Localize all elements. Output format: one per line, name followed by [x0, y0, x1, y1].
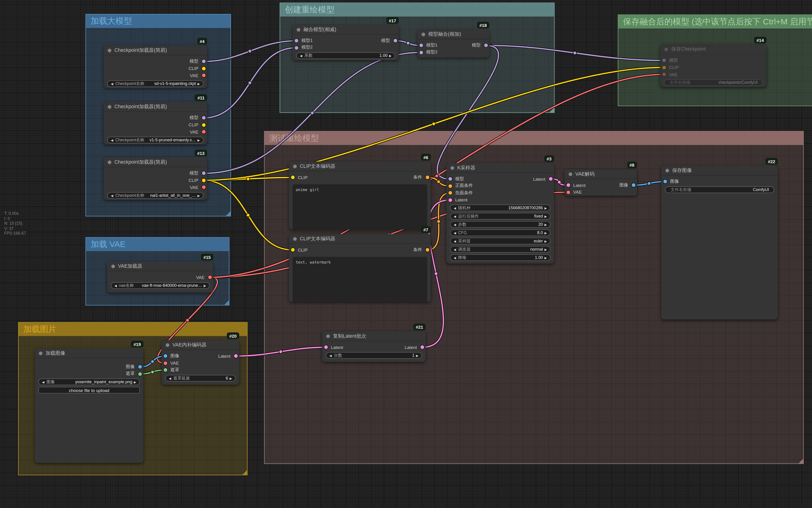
- combo-prev-arrow-icon[interactable]: ◀: [111, 193, 113, 197]
- port-out-mask[interactable]: [137, 372, 142, 376]
- collapse-dot-icon[interactable]: [422, 33, 425, 36]
- collapse-dot-icon[interactable]: [108, 105, 112, 109]
- node-save-checkpoint[interactable]: #14保存Checkpoint模型CLIPVAE文件名前缀checkpoints…: [660, 44, 766, 87]
- collapse-dot-icon[interactable]: [665, 168, 669, 172]
- port-out-vae[interactable]: [201, 185, 206, 190]
- group-resize-handle[interactable]: [226, 211, 230, 216]
- node-vae-encode-inpaint[interactable]: #20VAE内补编码器图像LatentVAE遮罩◀遮罩延展6▶: [162, 340, 239, 385]
- combo-next-arrow-icon[interactable]: ▶: [545, 231, 547, 235]
- port-in-vae[interactable]: [163, 361, 167, 365]
- port-out-latent[interactable]: [420, 345, 424, 350]
- scheduler-combo[interactable]: ◀调度器normal▶: [450, 246, 551, 253]
- combo-next-arrow-icon[interactable]: ▶: [134, 380, 136, 384]
- port-in-image[interactable]: [163, 354, 167, 358]
- seed-combo[interactable]: ◀随机种156680208700286▶: [450, 204, 551, 211]
- port-out-vae[interactable]: [201, 130, 206, 134]
- port-in-conditioning[interactable]: [448, 190, 453, 195]
- port-in-model[interactable]: [662, 58, 666, 62]
- image-combo[interactable]: ◀图像yosemite_inpaint_example.png▶: [38, 378, 140, 385]
- control-after-generate-combo[interactable]: ◀运行后操作fixed▶: [450, 213, 551, 219]
- vae-name-combo[interactable]: ◀vae名称vae-ft-mse-840000-ema-prune…▶: [111, 282, 210, 289]
- prompt-textarea[interactable]: anime girl: [293, 184, 427, 229]
- denoise-combo[interactable]: ◀降噪1.00▶: [450, 254, 551, 261]
- combo-prev-arrow-icon[interactable]: ◀: [454, 247, 456, 251]
- multiplier-combo[interactable]: ◀系数1.00▶: [296, 52, 395, 59]
- collapse-dot-icon[interactable]: [112, 264, 115, 268]
- collapse-dot-icon[interactable]: [39, 351, 43, 355]
- group-test-inpaint-model-header[interactable]: 测试重绘模型: [264, 131, 803, 145]
- port-out-vae[interactable]: [207, 275, 212, 280]
- graph-canvas[interactable]: 加载大模型创建重绘模型保存融合后的模型 (选中该节点后按下 Ctrl+M 启用节…: [0, 0, 812, 508]
- combo-next-arrow-icon[interactable]: ▶: [204, 284, 206, 287]
- port-in-model[interactable]: [448, 177, 453, 181]
- ckpt-name-combo[interactable]: ◀Checkpoint名称nai1-artist_all_in_one_…▶: [107, 192, 204, 199]
- port-in-clip[interactable]: [290, 175, 295, 180]
- combo-next-arrow-icon[interactable]: ▶: [545, 256, 547, 259]
- combo-prev-arrow-icon[interactable]: ◀: [115, 284, 117, 287]
- group-resize-handle[interactable]: [550, 108, 554, 112]
- node-vae-decode[interactable]: #8VAE解码Latent图像VAE: [564, 169, 637, 196]
- combo-next-arrow-icon[interactable]: ▶: [416, 353, 418, 357]
- sampler-combo[interactable]: ◀采样器euler▶: [450, 238, 551, 244]
- port-out-latent[interactable]: [233, 354, 238, 358]
- port-in-image[interactable]: [663, 179, 667, 184]
- port-in-conditioning[interactable]: [448, 184, 453, 188]
- combo-prev-arrow-icon[interactable]: ◀: [111, 138, 113, 141]
- port-out-conditioning[interactable]: [425, 248, 430, 252]
- group-load-image-header[interactable]: 加载图片: [19, 323, 247, 336]
- port-in-model[interactable]: [419, 50, 423, 55]
- port-out-vae[interactable]: [201, 73, 206, 78]
- group-resize-handle[interactable]: [243, 470, 247, 475]
- port-in-vae[interactable]: [566, 190, 570, 195]
- combo-next-arrow-icon[interactable]: ▶: [545, 222, 547, 226]
- port-in-mask[interactable]: [163, 368, 167, 372]
- collapse-dot-icon[interactable]: [569, 172, 572, 176]
- cfg-combo[interactable]: ◀CFG8.0▶: [450, 229, 551, 236]
- group-resize-handle[interactable]: [224, 300, 229, 305]
- node-checkpoint-loader-4[interactable]: #4Checkpoint加载器(简易)模型CLIPVAE◀Checkpoint名…: [103, 46, 207, 88]
- collapse-dot-icon[interactable]: [108, 48, 112, 52]
- port-in-model[interactable]: [294, 45, 299, 50]
- combo-next-arrow-icon[interactable]: ▶: [545, 214, 547, 218]
- filename-prefix-field[interactable]: 文件名前缀checkpoints/ComfyUI: [664, 79, 763, 86]
- port-in-model[interactable]: [419, 43, 423, 48]
- combo-prev-arrow-icon[interactable]: ◀: [111, 82, 113, 85]
- combo-next-arrow-icon[interactable]: ▶: [545, 247, 547, 251]
- collapse-dot-icon[interactable]: [293, 164, 297, 168]
- combo-next-arrow-icon[interactable]: ▶: [389, 54, 391, 57]
- port-in-vae[interactable]: [662, 72, 666, 77]
- ckpt-name-combo[interactable]: ◀Checkpoint名称v1-5-pruned-emaonly.s…▶: [107, 136, 204, 143]
- collapse-dot-icon[interactable]: [665, 47, 668, 51]
- group-load-checkpoints-header[interactable]: 加载大模型: [86, 14, 230, 28]
- port-out-clip[interactable]: [201, 66, 206, 71]
- collapse-dot-icon[interactable]: [108, 160, 112, 164]
- port-in-latent[interactable]: [448, 198, 453, 202]
- combo-prev-arrow-icon[interactable]: ◀: [42, 380, 44, 384]
- node-clip-text-encode-negative[interactable]: #7CLIP文本编码器CLIP条件text, watermark: [289, 234, 431, 302]
- port-out-model[interactable]: [201, 171, 206, 176]
- filename-prefix-field[interactable]: 文件名前缀ComfyUI: [665, 186, 774, 193]
- steps-combo[interactable]: ◀步数20▶: [450, 221, 551, 228]
- collapse-dot-icon[interactable]: [451, 166, 454, 170]
- port-out-image[interactable]: [137, 365, 142, 369]
- combo-prev-arrow-icon[interactable]: ◀: [454, 256, 456, 259]
- collapse-dot-icon[interactable]: [297, 28, 300, 31]
- node-checkpoint-loader-11[interactable]: #11Checkpoint加载器(简易)模型CLIPVAE◀Checkpoint…: [103, 102, 207, 144]
- ckpt-name-combo[interactable]: ◀Checkpoint名称sd-v1-5-inpainting.ckpt▶: [107, 80, 204, 87]
- grow-mask-combo[interactable]: ◀遮罩延展6▶: [165, 375, 236, 381]
- node-repeat-latent-batch[interactable]: #21复制Latent批次LatentLatent◀次数1▶: [322, 332, 426, 362]
- port-out-clip[interactable]: [201, 178, 206, 182]
- node-checkpoint-loader-13[interactable]: #13Checkpoint加载器(简易)模型CLIPVAE◀Checkpoint…: [103, 158, 207, 200]
- port-out-model[interactable]: [393, 38, 397, 43]
- combo-next-arrow-icon[interactable]: ▶: [545, 239, 547, 243]
- node-clip-text-encode-positive[interactable]: #6CLIP文本编码器CLIP条件anime girl: [289, 162, 431, 229]
- port-in-latent[interactable]: [566, 183, 570, 187]
- port-out-model[interactable]: [483, 43, 488, 48]
- prompt-textarea[interactable]: text, watermark: [293, 257, 427, 302]
- combo-next-arrow-icon[interactable]: ▶: [198, 138, 200, 141]
- port-out-conditioning[interactable]: [425, 175, 430, 180]
- port-out-model[interactable]: [201, 116, 206, 120]
- port-out-model[interactable]: [201, 59, 206, 64]
- combo-prev-arrow-icon[interactable]: ◀: [454, 231, 456, 235]
- combo-prev-arrow-icon[interactable]: ◀: [169, 376, 171, 380]
